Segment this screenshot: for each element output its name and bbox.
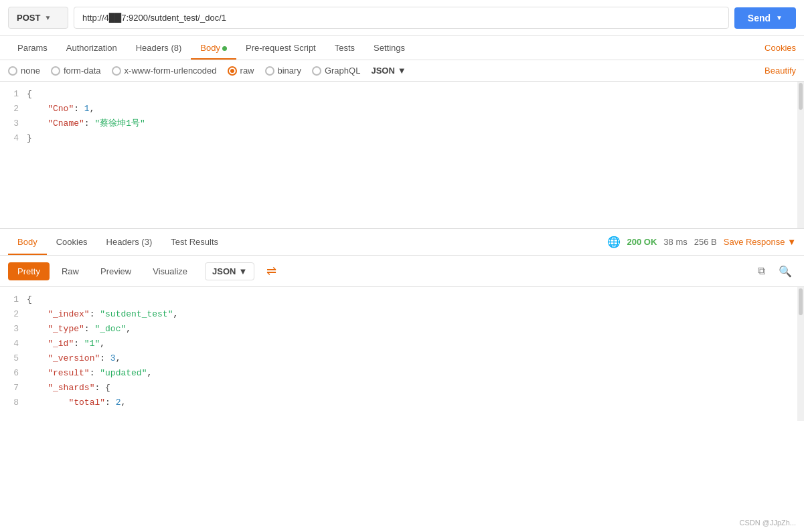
resp-line-5: 5 "_version": 3, — [0, 351, 804, 366]
method-select[interactable]: POST ▼ — [8, 7, 68, 29]
view-preview-button[interactable]: Preview — [91, 262, 141, 280]
resp-format-select[interactable]: JSON ▼ — [205, 262, 254, 280]
resp-format-chevron-icon: ▼ — [238, 266, 247, 276]
resp-line-8: 8 "total": 2, — [0, 395, 804, 410]
resp-line-6: 6 "result": "updated", — [0, 366, 804, 381]
format-label: JSON — [371, 66, 394, 76]
search-icon[interactable]: 🔍 — [775, 262, 796, 280]
resp-line-3: 3 "_type": "_doc", — [0, 322, 804, 337]
request-scroll-thumb — [799, 83, 803, 110]
view-pretty-button[interactable]: Pretty — [8, 262, 50, 280]
radio-raw[interactable]: raw — [228, 66, 254, 76]
tab-headers[interactable]: Headers (8) — [127, 36, 191, 60]
response-tabs-bar: Body Cookies Headers (3) Test Results 🌐 … — [0, 229, 804, 256]
tab-settings[interactable]: Settings — [364, 36, 414, 60]
body-dot — [222, 46, 227, 51]
radio-graphql[interactable]: GraphQL — [312, 66, 360, 76]
resp-tab-test-results[interactable]: Test Results — [161, 229, 228, 255]
radio-none[interactable]: none — [8, 66, 40, 76]
view-raw-button[interactable]: Raw — [52, 262, 88, 280]
tab-authorization[interactable]: Authorization — [57, 36, 127, 60]
req-line-1: 1{ — [0, 87, 804, 102]
beautify-button[interactable]: Beautify — [765, 66, 796, 76]
response-status-bar: 🌐 200 OK 38 ms 256 B Save Response ▼ — [607, 236, 796, 248]
send-chevron-icon: ▼ — [776, 14, 783, 21]
resp-line-1: 1{ — [0, 292, 804, 307]
response-scrollbar[interactable] — [797, 287, 804, 421]
radio-graphql-circle — [312, 66, 321, 76]
url-bar: POST ▼ Send ▼ — [0, 0, 804, 36]
resp-tab-cookies[interactable]: Cookies — [47, 229, 97, 255]
send-button[interactable]: Send ▼ — [734, 7, 796, 29]
resp-line-2: 2 "_index": "sutdent_test", — [0, 307, 804, 322]
radio-binary-circle — [265, 66, 274, 76]
resp-format-label: JSON — [212, 266, 236, 276]
body-type-bar: none form-data x-www-form-urlencoded raw… — [0, 60, 804, 82]
request-tabs: Params Authorization Headers (8) Body Pr… — [0, 36, 804, 60]
status-code: 200 OK — [627, 237, 657, 247]
wrap-button[interactable]: ⇌ — [261, 261, 282, 281]
response-code-lines: 1{2 "_index": "sutdent_test",3 "_type": … — [0, 292, 804, 410]
method-label: POST — [17, 13, 40, 23]
radio-urlencoded-circle — [112, 66, 121, 76]
method-chevron-icon: ▼ — [44, 14, 51, 21]
req-line-2: 2 "Cno": 1, — [0, 102, 804, 116]
resp-line-7: 7 "_shards": { — [0, 381, 804, 395]
tab-tests[interactable]: Tests — [325, 36, 364, 60]
tab-prerequest[interactable]: Pre-request Script — [236, 36, 325, 60]
view-visualize-button[interactable]: Visualize — [143, 262, 197, 280]
radio-raw-circle — [228, 66, 237, 76]
resp-icon-buttons: ⧉ 🔍 — [754, 262, 796, 280]
format-select[interactable]: JSON ▼ — [371, 66, 406, 76]
req-line-3: 3 "Cname": "蔡徐坤1号" — [0, 116, 804, 131]
send-label: Send — [748, 13, 771, 23]
request-code-lines: 1{2 "Cno": 1,3 "Cname": "蔡徐坤1号"4} — [0, 87, 804, 146]
radio-form-data[interactable]: form-data — [51, 66, 101, 76]
tab-body[interactable]: Body — [191, 36, 236, 60]
req-line-4: 4} — [0, 131, 804, 146]
response-scroll-thumb — [799, 288, 803, 315]
save-response-button[interactable]: Save Response ▼ — [724, 237, 796, 247]
tab-params[interactable]: Params — [8, 36, 57, 60]
globe-icon: 🌐 — [607, 236, 621, 248]
response-size: 256 B — [694, 237, 717, 247]
request-scrollbar[interactable] — [797, 82, 804, 228]
format-chevron-icon: ▼ — [398, 66, 406, 76]
copy-icon[interactable]: ⧉ — [754, 262, 769, 280]
response-editor: 1{2 "_index": "sutdent_test",3 "_type": … — [0, 287, 804, 421]
radio-binary[interactable]: binary — [265, 66, 301, 76]
cookies-link[interactable]: Cookies — [765, 36, 796, 60]
radio-none-circle — [8, 66, 17, 76]
request-editor: 1{2 "Cno": 1,3 "Cname": "蔡徐坤1号"4} — [0, 82, 804, 229]
response-view-bar: Pretty Raw Preview Visualize JSON ▼ ⇌ ⧉ … — [0, 256, 804, 287]
radio-urlencoded[interactable]: x-www-form-urlencoded — [112, 66, 217, 76]
resp-line-4: 4 "_id": "1", — [0, 337, 804, 351]
resp-tab-body[interactable]: Body — [8, 229, 47, 255]
url-input[interactable] — [74, 7, 729, 29]
resp-tab-headers[interactable]: Headers (3) — [97, 229, 162, 255]
radio-form-data-circle — [51, 66, 60, 76]
response-time: 38 ms — [663, 237, 687, 247]
